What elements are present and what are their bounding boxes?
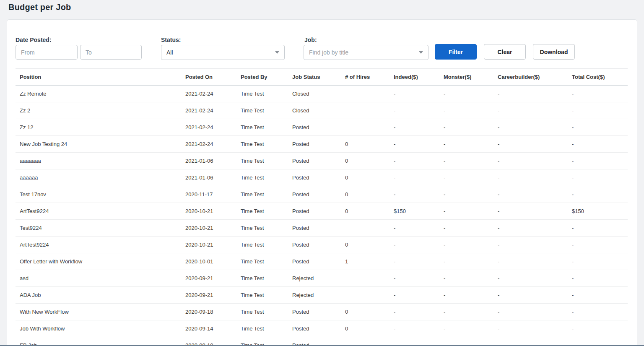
column-header-careerbuilder: Careerbuilder($): [493, 69, 568, 86]
cell-job-status: Posted: [288, 220, 341, 237]
cell-careerbuilder: -: [493, 86, 568, 102]
cell-total-cost: -: [568, 320, 628, 337]
table-row: ADA Job2020-09-21Time TestRejected----: [16, 287, 628, 304]
date-to-input[interactable]: [80, 45, 142, 60]
cell-monster: -: [439, 304, 493, 320]
cell-posted-on: 2020-09-21: [181, 287, 236, 304]
cell-total-cost: -: [568, 270, 628, 287]
cell-indeed: -: [390, 136, 439, 153]
cell-hires: 0: [341, 320, 390, 337]
cell-job-status: Posted: [288, 169, 341, 186]
cell-careerbuilder: -: [493, 287, 568, 304]
cell-job-status: Posted: [288, 320, 341, 337]
cell-position: Job With Workflow: [16, 320, 181, 337]
column-header-position: Position: [16, 69, 181, 86]
status-select[interactable]: All: [161, 45, 285, 60]
cell-position: Zz Remote: [16, 86, 181, 102]
table-header-row: PositionPosted OnPosted ByJob Status# of…: [16, 69, 628, 86]
cell-indeed: -: [390, 287, 439, 304]
cell-position: ArtTest9224: [16, 203, 181, 220]
cell-total-cost: -: [568, 169, 628, 186]
column-header-monster: Monster($): [439, 69, 493, 86]
table-row: aaaaaaa2021-01-06Time TestPosted0----: [16, 153, 628, 169]
cell-job-status: Posted: [288, 253, 341, 270]
cell-posted-by: Time Test: [236, 220, 288, 237]
table-row: With New WorkFlow2020-09-18Time TestPost…: [16, 304, 628, 320]
cell-position: Test 17nov: [16, 186, 181, 203]
filter-button[interactable]: Filter: [435, 44, 477, 60]
cell-hires: [341, 287, 390, 304]
cell-job-status: Closed: [288, 102, 341, 119]
cell-indeed: -: [390, 320, 439, 337]
cell-hires: 0: [341, 169, 390, 186]
table-row: Zz 22021-02-24Time TestClosed----: [16, 102, 628, 119]
cell-job-status: Posted: [288, 237, 341, 253]
cell-careerbuilder: -: [493, 102, 568, 119]
table-row: aaaaaa2021-01-06Time TestPosted0----: [16, 169, 628, 186]
cell-posted-on: 2021-02-24: [181, 102, 236, 119]
cell-monster: -: [439, 270, 493, 287]
cell-posted-by: Time Test: [236, 320, 288, 337]
cell-indeed: -: [390, 270, 439, 287]
table-row: Job With Workflow2020-09-14Time TestPost…: [16, 320, 628, 337]
cell-monster: -: [439, 186, 493, 203]
cell-posted-by: Time Test: [236, 119, 288, 136]
cell-posted-on: 2020-11-17: [181, 186, 236, 203]
cell-position: ArtTest9224: [16, 237, 181, 253]
cell-monster: -: [439, 153, 493, 169]
job-select[interactable]: Find job by title: [304, 45, 428, 60]
cell-position: asd: [16, 270, 181, 287]
cell-monster: -: [439, 119, 493, 136]
page-title: Budget per Job: [8, 3, 71, 12]
budget-card: Date Posted: Status: All Job: Find job b…: [7, 19, 637, 346]
date-from-input[interactable]: [16, 45, 78, 60]
cell-indeed: -: [390, 119, 439, 136]
cell-careerbuilder: -: [493, 169, 568, 186]
cell-total-cost: -: [568, 102, 628, 119]
cell-careerbuilder: -: [493, 119, 568, 136]
clear-button[interactable]: Clear: [484, 44, 526, 60]
column-header-total-cost: Total Cost($): [568, 69, 628, 86]
status-select-value: All: [166, 49, 275, 56]
cell-posted-on: 2021-02-24: [181, 86, 236, 102]
cell-position: With New WorkFlow: [16, 304, 181, 320]
cell-job-status: Posted: [288, 136, 341, 153]
column-header-posted-by: Posted By: [236, 69, 288, 86]
cell-careerbuilder: -: [493, 153, 568, 169]
column-header-hires: # of Hires: [341, 69, 390, 86]
cell-total-cost: $150: [568, 203, 628, 220]
cell-indeed: -: [390, 169, 439, 186]
cell-hires: 1: [341, 253, 390, 270]
cell-monster: -: [439, 237, 493, 253]
cell-careerbuilder: -: [493, 320, 568, 337]
table-row: Test92242020-10-21Time TestPosted----: [16, 220, 628, 237]
cell-careerbuilder: -: [493, 186, 568, 203]
cell-careerbuilder: -: [493, 237, 568, 253]
cell-monster: -: [439, 220, 493, 237]
column-header-job-status: Job Status: [288, 69, 341, 86]
cell-indeed: $150: [390, 203, 439, 220]
cell-careerbuilder: -: [493, 203, 568, 220]
chevron-down-icon: [275, 51, 279, 54]
cell-job-status: Posted: [288, 203, 341, 220]
cell-position: Offer Letter with Workflow: [16, 253, 181, 270]
cell-posted-by: Time Test: [236, 86, 288, 102]
column-header-indeed: Indeed($): [390, 69, 439, 86]
cell-hires: 0: [341, 203, 390, 220]
cell-posted-by: Time Test: [236, 203, 288, 220]
cell-posted-by: Time Test: [236, 186, 288, 203]
download-button[interactable]: Download: [533, 44, 575, 60]
cell-posted-on: 2020-10-01: [181, 253, 236, 270]
cell-total-cost: -: [568, 153, 628, 169]
cell-careerbuilder: -: [493, 304, 568, 320]
cell-posted-on: 2020-09-18: [181, 304, 236, 320]
table-row: New Job Testing 242021-02-24Time TestPos…: [16, 136, 628, 153]
date-posted-label: Date Posted:: [16, 36, 52, 43]
cell-position: ADA Job: [16, 287, 181, 304]
cell-posted-on: 2021-02-24: [181, 119, 236, 136]
status-label: Status:: [161, 36, 181, 43]
table-body: Zz Remote2021-02-24Time TestClosed----Zz…: [16, 86, 628, 346]
cell-job-status: Posted: [288, 186, 341, 203]
cell-hires: [341, 270, 390, 287]
table-row: ArtTest92242020-10-21Time TestPosted0$15…: [16, 203, 628, 220]
